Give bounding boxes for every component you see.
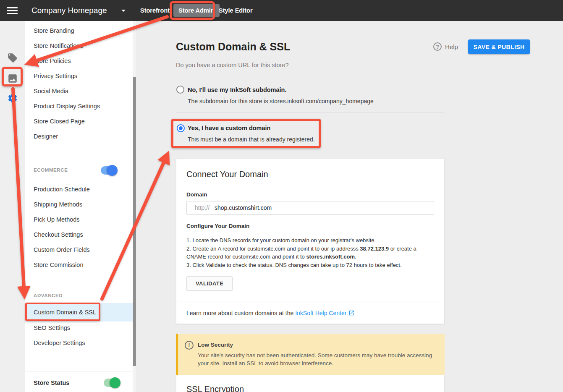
custom-url-question: Do you have a custom URL for this store? <box>176 62 289 68</box>
section-label-advanced: ADVANCED <box>34 288 118 303</box>
sidebar-item-store-branding[interactable]: Store Branding <box>25 23 133 38</box>
sidebar-item-custom-order-fields[interactable]: Custom Order Fields <box>25 242 133 257</box>
sidebar-item-checkout-settings[interactable]: Checkout Settings <box>25 227 133 242</box>
external-link-icon[interactable] <box>348 310 355 316</box>
store-admin-screen: Company Homepage Storefront Store Admin … <box>0 0 563 392</box>
tag-icon[interactable] <box>7 52 18 63</box>
sidebar-item-designer[interactable]: Designer <box>25 129 133 144</box>
radio-yes-description: This must be a domain that is already re… <box>188 136 315 143</box>
sidebar-item-seo-settings[interactable]: SEO Settings <box>25 320 133 335</box>
tab-style-editor[interactable]: Style Editor <box>219 0 253 21</box>
hamburger-icon[interactable] <box>7 7 18 14</box>
store-title-dropdown[interactable]: Company Homepage <box>31 0 107 21</box>
options-divider <box>176 112 444 112</box>
sidebar-item-store-policies[interactable]: Store Policies <box>25 53 133 68</box>
help-center-link[interactable]: InkSoft Help Center <box>295 310 346 316</box>
domain-field-label: Domain <box>186 191 207 198</box>
learn-more-text: Learn more about custom domains at the I… <box>186 310 355 316</box>
radio-no-label[interactable]: No, I'll use my InkSoft subdomain. <box>188 86 286 93</box>
sidebar-item-shipping-methods[interactable]: Shipping Methods <box>25 197 133 212</box>
image-icon[interactable] <box>7 73 18 84</box>
sidebar-item-custom-domain-ssl[interactable]: Custom Domain & SSL <box>25 303 133 321</box>
sidebar-item-store-closed-page[interactable]: Store Closed Page <box>25 114 133 129</box>
connect-domain-card: Connect Your Domain Domain http://shop.c… <box>176 159 445 324</box>
validate-button[interactable]: VALIDATE <box>186 276 233 290</box>
configure-domain-label: Configure Your Domain <box>186 223 249 229</box>
step-3: 3. Click Validate to check the status. D… <box>186 262 402 268</box>
sidebar-item-store-notifications[interactable]: Store Notifications <box>25 38 133 53</box>
ecommerce-toggle[interactable] <box>101 166 117 175</box>
sidebar-scrollbar-thumb[interactable] <box>133 77 136 366</box>
sidebar-item-store-commission[interactable]: Store Commission <box>25 257 133 272</box>
ssl-encryption-card: SSL Encryption <box>176 375 445 392</box>
sidebar-item-product-display-settings[interactable]: Product Display Settings <box>25 99 133 114</box>
tab-store-admin[interactable]: Store Admin <box>173 4 220 17</box>
gear-icon[interactable] <box>7 93 18 104</box>
sidebar-item-production-schedule[interactable]: Production Schedule <box>25 182 133 197</box>
domain-input-prefix: http:// <box>195 204 209 211</box>
sidebar-footer-divider <box>25 371 133 371</box>
domain-input-value: shop.customshirt.com <box>215 204 272 211</box>
ip-address-value: 38.72.123.9 <box>360 246 389 252</box>
step-2: 2. Create an A record for customsite.com… <box>186 246 360 252</box>
card-footer-divider <box>176 301 444 301</box>
annotation-box-yes-option <box>171 119 321 148</box>
icon-rail <box>0 21 25 392</box>
help-label: Help <box>445 43 458 50</box>
sidebar-item-social-media[interactable]: Social Media <box>25 84 133 99</box>
ssl-encryption-title: SSL Encryption <box>186 384 244 392</box>
warning-body: Your site's security has not been authen… <box>198 351 436 367</box>
settings-sidebar: Store Branding Store Notifications Store… <box>25 21 133 392</box>
cname-host-value: stores.inksoft.com <box>306 253 355 260</box>
help-button[interactable]: ?Help <box>433 42 458 51</box>
step-1: 1. Locate the DNS records for your custo… <box>186 237 376 243</box>
store-status-toggle[interactable] <box>104 379 120 387</box>
sidebar-item-developer-settings[interactable]: Developer Settings <box>25 335 133 350</box>
radio-no-description: The subdomain for this store is stores.i… <box>188 98 374 105</box>
sidebar-item-privacy-settings[interactable]: Privacy Settings <box>25 68 133 84</box>
sidebar-item-pick-up-methods[interactable]: Pick Up Methods <box>25 212 133 227</box>
connect-domain-title: Connect Your Domain <box>186 170 268 179</box>
chevron-down-icon[interactable] <box>121 10 126 12</box>
radio-yes-custom-domain[interactable] <box>177 124 185 132</box>
radio-yes-label[interactable]: Yes, I have a custom domain <box>188 125 270 131</box>
help-icon: ? <box>433 42 442 51</box>
save-publish-button[interactable]: SAVE & PUBLISH <box>468 39 530 54</box>
warning-title: Low Security <box>198 342 233 348</box>
configure-domain-steps: 1. Locate the DNS records for your custo… <box>186 236 437 269</box>
top-bar: Company Homepage Storefront Store Admin … <box>0 0 563 21</box>
low-security-warning: ! Low Security Your site's security has … <box>176 334 445 375</box>
tab-storefront[interactable]: Storefront <box>140 0 170 21</box>
domain-input[interactable]: http://shop.customshirt.com <box>186 201 434 215</box>
page-title: Custom Domain & SSL <box>176 41 290 53</box>
radio-no-subdomain[interactable] <box>176 86 184 94</box>
warning-icon: ! <box>185 341 194 350</box>
